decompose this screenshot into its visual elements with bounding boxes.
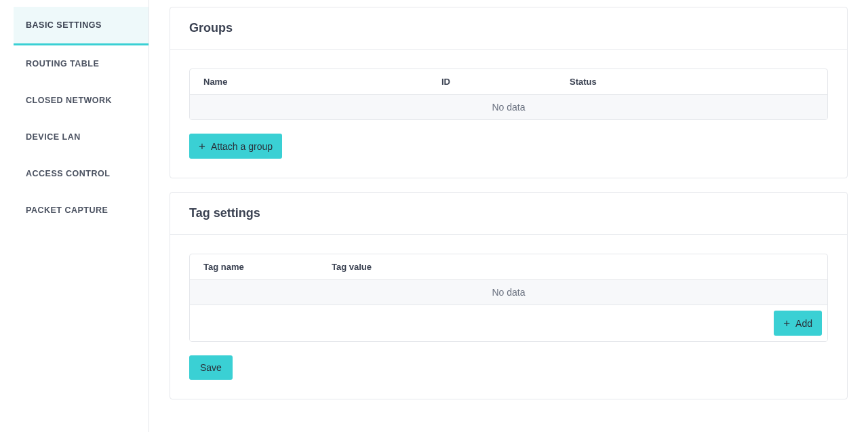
groups-title: Groups (189, 21, 828, 35)
groups-col-id: ID (441, 77, 570, 87)
save-row: Save (189, 355, 828, 380)
tags-card-header: Tag settings (170, 193, 847, 235)
groups-card-body: Name ID Status No data + Attach a group (170, 50, 847, 178)
sidebar-item-access-control[interactable]: ACCESS CONTROL (14, 155, 149, 192)
sidebar-item-device-lan[interactable]: DEVICE LAN (14, 119, 149, 155)
groups-col-status: Status (570, 77, 814, 87)
sidebar-item-label: DEVICE LAN (26, 132, 81, 142)
add-tag-label: Add (795, 318, 812, 329)
add-tag-button[interactable]: + Add (774, 311, 822, 336)
plus-icon: + (199, 140, 205, 152)
sidebar-item-closed-network[interactable]: CLOSED NETWORK (14, 82, 149, 119)
sidebar-item-label: CLOSED NETWORK (26, 96, 112, 105)
groups-col-name: Name (203, 77, 441, 87)
groups-no-data: No data (190, 95, 827, 119)
tags-col-tagvalue: Tag value (332, 262, 814, 272)
groups-card: Groups Name ID Status No data + Attach a… (170, 7, 848, 178)
tags-card-body: Tag name Tag value No data + Add Save (170, 235, 847, 399)
sidebar-item-routing-table[interactable]: ROUTING TABLE (14, 45, 149, 82)
tags-table-header: Tag name Tag value (190, 254, 827, 280)
tags-no-data: No data (190, 280, 827, 305)
groups-table: Name ID Status No data (189, 68, 828, 120)
groups-table-header: Name ID Status (190, 69, 827, 95)
sidebar-item-label: ROUTING TABLE (26, 59, 99, 68)
tags-table: Tag name Tag value No data + Add (189, 254, 828, 342)
save-button[interactable]: Save (189, 355, 233, 380)
sidebar-item-packet-capture[interactable]: PACKET CAPTURE (14, 192, 149, 229)
main-content: Groups Name ID Status No data + Attach a… (149, 0, 868, 432)
tags-title: Tag settings (189, 206, 828, 220)
sidebar: BASIC SETTINGS ROUTING TABLE CLOSED NETW… (0, 0, 149, 432)
save-label: Save (200, 362, 222, 373)
sidebar-item-label: ACCESS CONTROL (26, 169, 110, 178)
sidebar-item-label: BASIC SETTINGS (26, 20, 102, 30)
tags-table-footer: + Add (190, 305, 827, 341)
attach-group-label: Attach a group (211, 141, 273, 152)
plus-icon: + (783, 317, 790, 329)
attach-group-button[interactable]: + Attach a group (189, 134, 282, 159)
tags-col-tagname: Tag name (203, 262, 332, 272)
tags-card: Tag settings Tag name Tag value No data … (170, 192, 848, 399)
groups-card-header: Groups (170, 7, 847, 50)
sidebar-item-label: PACKET CAPTURE (26, 205, 108, 215)
sidebar-item-basic-settings[interactable]: BASIC SETTINGS (14, 7, 149, 45)
